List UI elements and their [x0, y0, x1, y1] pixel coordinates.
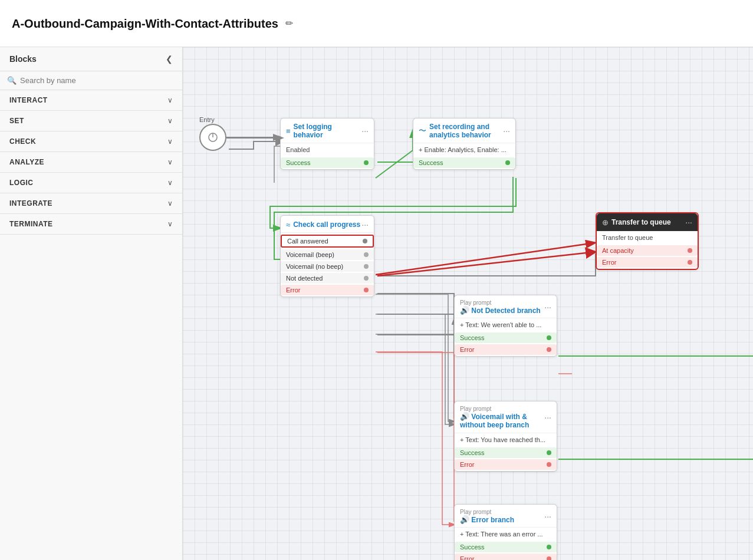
play-voicemail-success: Success: [455, 447, 557, 458]
play-error-error: Error: [455, 554, 557, 560]
chevron-terminate-icon: ∨: [167, 220, 173, 228]
sidebar-section-logic-label: LOGIC: [9, 179, 34, 187]
transfer-body: Transfer to queue: [597, 231, 698, 244]
chevron-analyze-icon: ∨: [167, 158, 173, 166]
set-logging-body: Enabled: [281, 143, 374, 156]
transfer-icon: ⊕: [602, 218, 609, 227]
sidebar-title: Blocks: [9, 54, 37, 64]
chevron-interact-icon: ∨: [167, 96, 173, 104]
sidebar-header: Blocks ❮: [0, 47, 182, 71]
sidebar-section-check-header[interactable]: CHECK ∨: [0, 131, 182, 151]
block-transfer-header: ⊕ Transfer to queue ···: [597, 213, 698, 231]
sidebar: Blocks ❮ 🔍 INTERACT ∨ SET ∨ CHECK ∨: [0, 47, 183, 560]
sidebar-section-interact-label: INTERACT: [9, 96, 48, 104]
play-error-label: Play prompt: [460, 509, 514, 515]
set-recording-title: Set recording andanalytics behavior: [429, 123, 491, 140]
set-logging-menu-icon[interactable]: ···: [361, 126, 369, 136]
sidebar-section-set: SET ∨: [0, 111, 182, 131]
transfer-at-capacity-output: At capacity: [597, 245, 698, 256]
play-not-detected-icon: 🔊: [460, 306, 469, 315]
svg-marker-4: [278, 136, 284, 140]
block-check-call-progress-header: ≈ Check call progress ···: [281, 216, 374, 233]
block-set-logging[interactable]: ≡ Set loggingbehavior ··· Enabled Succes…: [280, 118, 374, 170]
block-check-call-progress[interactable]: ≈ Check call progress ··· Call answered …: [280, 215, 374, 297]
svg-line-0: [377, 252, 591, 276]
play-not-detected-body: + Text: We weren't able to ...: [455, 318, 557, 331]
chevron-integrate-icon: ∨: [167, 199, 173, 207]
sidebar-section-integrate-label: INTEGRATE: [9, 199, 52, 207]
edit-icon[interactable]: ✏: [285, 18, 293, 29]
block-play-not-detected[interactable]: Play prompt 🔊 Not Detected branch ··· + …: [454, 295, 557, 357]
block-call-answered-output: Call answered: [281, 235, 374, 248]
play-voicemail-label: Play prompt: [460, 406, 529, 412]
play-not-detected-menu-icon[interactable]: ···: [544, 302, 551, 312]
block-play-not-detected-header: Play prompt 🔊 Not Detected branch ···: [455, 295, 557, 318]
sidebar-section-set-label: SET: [9, 117, 24, 125]
set-recording-menu-icon[interactable]: ···: [503, 126, 510, 136]
block-not-detected-output: Not detected: [281, 273, 374, 284]
block-voicemail-no-beep-output: Voicemail (no beep): [281, 261, 374, 272]
sidebar-section-set-header[interactable]: SET ∨: [0, 111, 182, 131]
block-transfer-to-queue[interactable]: ⊕ Transfer to queue ··· Transfer to queu…: [596, 212, 699, 270]
block-set-recording[interactable]: 〜 Set recording andanalytics behavior ··…: [413, 118, 516, 170]
search-icon: 🔍: [7, 76, 17, 85]
set-recording-output-success: Success: [413, 157, 515, 168]
set-recording-icon: 〜: [419, 126, 426, 136]
play-error-menu-icon[interactable]: ···: [544, 512, 551, 521]
sidebar-section-terminate-header[interactable]: TERMINATE ∨: [0, 214, 182, 234]
set-logging-title: Set loggingbehavior: [294, 123, 332, 140]
block-play-voicemail[interactable]: Play prompt 🔊 Voicemail with &without be…: [454, 401, 557, 472]
chevron-set-icon: ∨: [167, 117, 173, 125]
sidebar-section-integrate-header[interactable]: INTEGRATE ∨: [0, 193, 182, 213]
collapse-icon[interactable]: ❮: [166, 54, 173, 64]
chevron-logic-icon: ∨: [167, 179, 173, 187]
sidebar-section-check-label: CHECK: [9, 137, 36, 146]
search-box: 🔍: [0, 71, 182, 90]
sidebar-section-logic-header[interactable]: LOGIC ∨: [0, 173, 182, 193]
play-error-body: + Text: There was an error ...: [455, 528, 557, 541]
chevron-check-icon: ∨: [167, 137, 173, 146]
sidebar-section-analyze: ANALYZE ∨: [0, 152, 182, 173]
play-not-detected-success: Success: [455, 332, 557, 343]
entry-label: Entry: [199, 116, 215, 123]
entry-icon: [207, 131, 219, 143]
play-voicemail-menu-icon[interactable]: ···: [544, 413, 551, 422]
play-error-title: Error branch: [471, 516, 514, 524]
block-play-error[interactable]: Play prompt 🔊 Error branch ··· + Text: T…: [454, 504, 557, 560]
transfer-error-output: Error: [597, 257, 698, 268]
sidebar-section-interact-header[interactable]: INTERACT ∨: [0, 90, 182, 110]
play-voicemail-title: Voicemail with &without beep branch: [460, 413, 529, 429]
svg-line-9: [376, 243, 594, 275]
transfer-menu-icon[interactable]: ···: [685, 218, 692, 227]
play-not-detected-title: Not Detected branch: [471, 307, 540, 315]
play-voicemail-error: Error: [455, 459, 557, 470]
sidebar-section-check: CHECK ∨: [0, 131, 182, 152]
block-play-voicemail-header: Play prompt 🔊 Voicemail with &without be…: [455, 401, 557, 433]
play-not-detected-error: Error: [455, 344, 557, 355]
block-check-error-output: Error: [281, 285, 374, 295]
set-logging-icon: ≡: [286, 127, 291, 136]
entry-arrow: [226, 134, 285, 141]
play-not-detected-label: Play prompt: [460, 299, 541, 306]
block-set-recording-header: 〜 Set recording andanalytics behavior ··…: [413, 118, 515, 143]
main-area: Blocks ❮ 🔍 INTERACT ∨ SET ∨ CHECK ∨: [0, 47, 753, 560]
set-recording-body: + Enable: Analytics, Enable: ...: [413, 143, 515, 156]
play-error-success: Success: [455, 542, 557, 552]
sidebar-section-terminate-label: TERMINATE: [9, 220, 53, 228]
entry-node: [199, 124, 226, 151]
search-input[interactable]: [20, 76, 175, 85]
check-call-title: Check call progress: [293, 220, 360, 229]
check-call-menu-icon[interactable]: ···: [361, 220, 369, 229]
sidebar-section-analyze-header[interactable]: ANALYZE ∨: [0, 152, 182, 172]
sidebar-section-logic: LOGIC ∨: [0, 173, 182, 193]
play-voicemail-body: + Text: You have reached th...: [455, 433, 557, 446]
sidebar-section-interact: INTERACT ∨: [0, 90, 182, 111]
block-voicemail-beep-output: Voicemail (beep): [281, 249, 374, 260]
canvas[interactable]: Entry ≡ Set loggingbehavior ··· Enabled …: [183, 47, 753, 560]
play-error-icon: 🔊: [460, 515, 469, 524]
block-set-logging-header: ≡ Set loggingbehavior ···: [281, 118, 374, 143]
block-play-error-header: Play prompt 🔊 Error branch ···: [455, 505, 557, 528]
transfer-title: Transfer to queue: [611, 218, 671, 226]
page-title: A-Outbound-Campaign-With-Contact-Attribu…: [12, 16, 278, 31]
set-logging-output-success: Success: [281, 157, 374, 168]
